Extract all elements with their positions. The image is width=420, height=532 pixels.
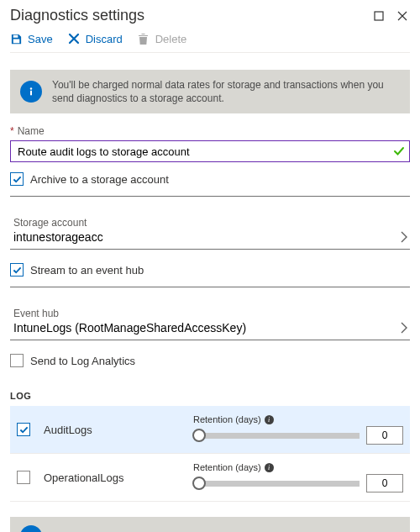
valid-checkmark-icon xyxy=(393,145,405,157)
archive-storage-label: Archive to a storage account xyxy=(30,173,169,186)
info-icon xyxy=(20,525,42,532)
save-icon xyxy=(10,33,23,45)
log-row-auditlogs[interactable]: AuditLogs Retention (days) i xyxy=(10,406,410,454)
save-label: Save xyxy=(28,33,53,45)
delete-label: Delete xyxy=(155,33,187,45)
name-input[interactable] xyxy=(10,140,410,162)
log-section-heading: LOG xyxy=(10,391,410,401)
page-title: Diagnostics settings xyxy=(10,7,363,24)
info-banner-text: You'll be charged normal data rates for … xyxy=(52,78,400,105)
archive-storage-checkbox[interactable] xyxy=(10,172,24,186)
info-banner-bottom: Retention only applies to storage accoun… xyxy=(10,517,410,532)
command-bar: Save Discard Delete xyxy=(10,26,410,53)
auditlogs-checkbox[interactable] xyxy=(17,423,30,436)
svg-rect-2 xyxy=(30,91,32,96)
info-banner-top: You'll be charged normal data rates for … xyxy=(10,70,410,113)
name-label: Name xyxy=(10,125,410,137)
delete-icon xyxy=(138,33,150,45)
stream-eventhub-checkbox[interactable] xyxy=(10,263,24,277)
event-hub-value: IntuneLogs (RootManageSharedAccessKey) xyxy=(13,321,400,334)
svg-point-1 xyxy=(30,87,32,89)
operationallogs-checkbox[interactable] xyxy=(17,471,30,484)
retention-input[interactable] xyxy=(366,474,403,492)
info-tooltip-icon[interactable]: i xyxy=(265,463,274,472)
storage-account-value: intunestorageacc xyxy=(13,230,400,244)
close-icon[interactable] xyxy=(395,8,410,24)
event-hub-label: Event hub xyxy=(13,308,400,319)
maximize-icon[interactable] xyxy=(371,8,386,24)
discard-label: Discard xyxy=(86,33,123,45)
info-tooltip-icon[interactable]: i xyxy=(265,415,274,424)
storage-account-label: Storage account xyxy=(13,217,400,229)
retention-label: Retention (days) xyxy=(193,462,261,472)
slider-thumb[interactable] xyxy=(192,429,206,442)
retention-slider[interactable] xyxy=(193,433,360,439)
delete-button: Delete xyxy=(138,33,187,45)
slider-thumb[interactable] xyxy=(192,477,206,490)
discard-button[interactable]: Discard xyxy=(68,33,123,45)
log-name: OperationalLogs xyxy=(40,471,183,484)
chevron-right-icon xyxy=(400,230,408,244)
event-hub-selector[interactable]: Event hub IntuneLogs (RootManageSharedAc… xyxy=(10,303,410,340)
chevron-right-icon xyxy=(400,321,408,334)
storage-account-selector[interactable]: Storage account intunestorageacc xyxy=(10,212,410,250)
save-button[interactable]: Save xyxy=(10,33,53,45)
log-analytics-checkbox[interactable] xyxy=(10,354,24,367)
retention-slider[interactable] xyxy=(193,481,360,487)
log-analytics-label: Send to Log Analytics xyxy=(30,355,135,367)
stream-eventhub-label: Stream to an event hub xyxy=(30,264,144,277)
log-name: AuditLogs xyxy=(40,424,183,436)
log-row-operationallogs[interactable]: OperationalLogs Retention (days) i xyxy=(10,454,410,502)
svg-rect-0 xyxy=(375,12,383,20)
discard-icon xyxy=(68,33,81,45)
info-icon xyxy=(20,81,42,103)
retention-label: Retention (days) xyxy=(193,414,261,424)
retention-input[interactable] xyxy=(366,426,403,445)
